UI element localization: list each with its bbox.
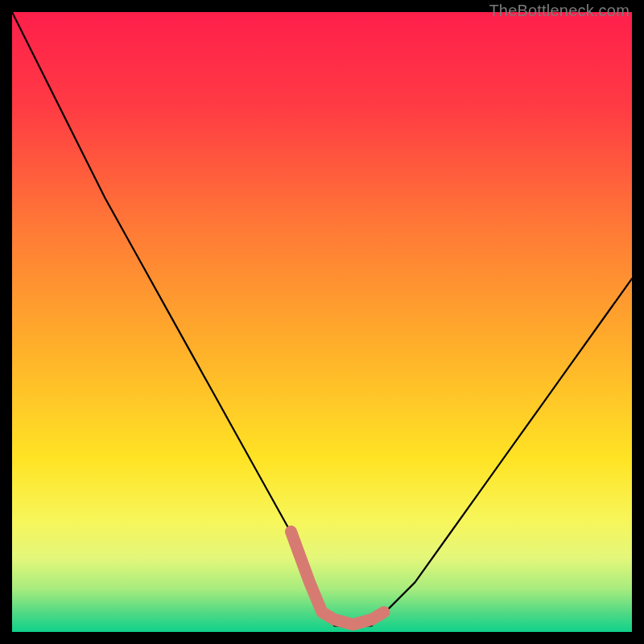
bottom-highlight <box>291 531 385 625</box>
watermark-text: TheBottleneck.com <box>489 2 630 20</box>
bottleneck-curve <box>12 12 632 625</box>
curve-layer <box>12 12 632 632</box>
chart-frame: TheBottleneck.com <box>0 0 644 644</box>
plot-area <box>12 12 632 632</box>
